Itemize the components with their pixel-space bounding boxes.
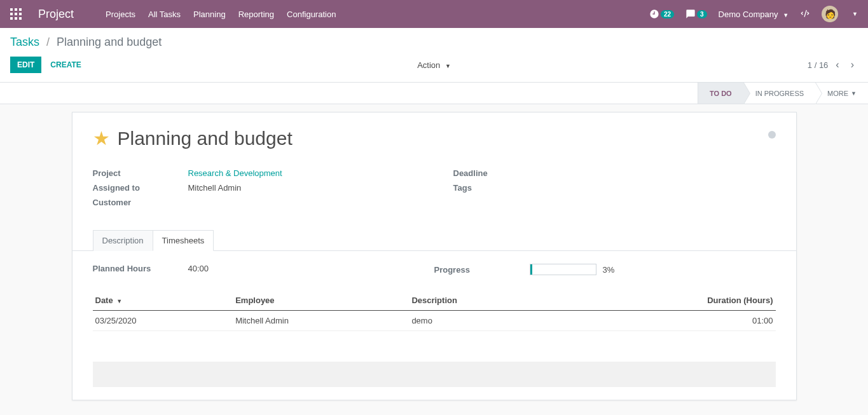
task-title: Planning and budget <box>118 128 293 149</box>
nav-projects[interactable]: Projects <box>106 10 135 19</box>
label-progress: Progress <box>434 265 530 275</box>
apps-icon[interactable] <box>10 8 22 20</box>
progress-fill <box>530 264 532 275</box>
nav-configuration[interactable]: Configuration <box>287 10 336 19</box>
edit-button[interactable]: EDIT <box>10 57 41 73</box>
status-bar: TO DO IN PROGRESS MORE ▼ <box>0 83 868 104</box>
clock-icon <box>649 9 659 19</box>
cell-date: 03/25/2020 <box>93 311 233 331</box>
pager-position[interactable]: 1 / 16 <box>808 60 829 70</box>
nav-reporting[interactable]: Reporting <box>238 10 274 19</box>
label-tags: Tags <box>453 183 549 193</box>
status-in-progress[interactable]: IN PROGRESS <box>743 83 815 104</box>
breadcrumb-bar: Tasks / Planning and budget <box>0 28 868 50</box>
chat-button[interactable]: 3 <box>685 9 707 19</box>
tab-timesheets[interactable]: Timesheets <box>153 230 214 251</box>
pager-next-button[interactable]: › <box>847 59 858 71</box>
col-employee[interactable]: Employee <box>233 290 409 311</box>
sheet-container: ★ Planning and budget Project Research &… <box>0 104 868 400</box>
chat-icon <box>685 9 696 19</box>
debug-button[interactable] <box>800 8 810 20</box>
action-label: Action <box>417 60 440 70</box>
timesheet-table: Date ▼ Employee Description Duration (Ho… <box>93 290 776 387</box>
col-date[interactable]: Date ▼ <box>93 290 233 311</box>
status-more-label: MORE <box>827 90 848 97</box>
company-switcher[interactable]: Demo Company ▼ <box>719 10 789 19</box>
tab-timesheets-body: Planned Hours 40:00 Progress 3% <box>93 251 776 400</box>
pager: 1 / 16 ‹ › <box>808 59 858 71</box>
label-planned-hours: Planned Hours <box>93 264 188 275</box>
chevron-down-icon: ▼ <box>852 11 858 17</box>
kanban-state-dot[interactable] <box>768 131 776 139</box>
form-sheet: ★ Planning and budget Project Research &… <box>72 112 797 400</box>
create-button[interactable]: CREATE <box>50 60 81 69</box>
cell-duration: 01:00 <box>561 311 775 331</box>
field-grid: Project Research & Development Assigned … <box>93 168 776 212</box>
nav-menu: Projects All Tasks Planning Reporting Co… <box>106 10 336 19</box>
company-label: Demo Company <box>719 10 778 19</box>
label-customer: Customer <box>93 198 188 207</box>
sort-desc-icon: ▼ <box>116 298 122 304</box>
progress-bar <box>530 264 596 275</box>
chevron-down-icon: ▼ <box>445 63 451 69</box>
star-icon[interactable]: ★ <box>93 129 110 148</box>
user-avatar[interactable]: 🧑 <box>822 6 838 22</box>
table-row[interactable]: 03/25/2020 Mitchell Admin demo 01:00 <box>93 311 776 331</box>
notebook-tabs: Description Timesheets <box>72 230 796 251</box>
col-date-label: Date <box>95 296 113 305</box>
table-footer <box>93 362 776 387</box>
nav-planning[interactable]: Planning <box>193 10 226 19</box>
breadcrumb-current: Planning and budget <box>57 36 162 48</box>
value-project[interactable]: Research & Development <box>188 168 282 178</box>
col-duration[interactable]: Duration (Hours) <box>561 290 775 311</box>
label-deadline: Deadline <box>453 168 549 178</box>
chevron-down-icon: ▼ <box>851 90 857 97</box>
breadcrumb-separator: / <box>46 36 50 48</box>
value-assigned-to: Mitchell Admin <box>188 183 242 193</box>
nav-all-tasks[interactable]: All Tasks <box>148 10 181 19</box>
label-assigned-to: Assigned to <box>93 183 188 193</box>
cell-description: demo <box>409 311 561 331</box>
control-bar: EDIT CREATE Action ▼ 1 / 16 ‹ › <box>0 50 868 83</box>
avatar-icon: 🧑 <box>825 9 836 19</box>
app-brand[interactable]: Project <box>38 8 74 21</box>
col-description[interactable]: Description <box>409 290 561 311</box>
status-more[interactable]: MORE ▼ <box>815 83 868 104</box>
chevron-down-icon: ▼ <box>783 12 789 18</box>
activity-button[interactable]: 22 <box>649 9 674 19</box>
action-dropdown[interactable]: Action ▼ <box>417 60 451 70</box>
top-navbar: Project Projects All Tasks Planning Repo… <box>0 0 868 28</box>
bug-icon <box>800 8 810 18</box>
status-todo[interactable]: TO DO <box>698 83 743 104</box>
breadcrumb-root[interactable]: Tasks <box>10 36 39 48</box>
value-planned-hours: 40:00 <box>188 264 209 275</box>
chat-count: 3 <box>697 10 707 18</box>
progress-percent: 3% <box>603 265 615 275</box>
pager-prev-button[interactable]: ‹ <box>832 59 843 71</box>
activity-count: 22 <box>661 10 674 18</box>
tab-description[interactable]: Description <box>93 230 153 251</box>
breadcrumb: Tasks / Planning and budget <box>10 36 858 49</box>
cell-employee: Mitchell Admin <box>233 311 409 331</box>
label-project: Project <box>93 168 188 178</box>
